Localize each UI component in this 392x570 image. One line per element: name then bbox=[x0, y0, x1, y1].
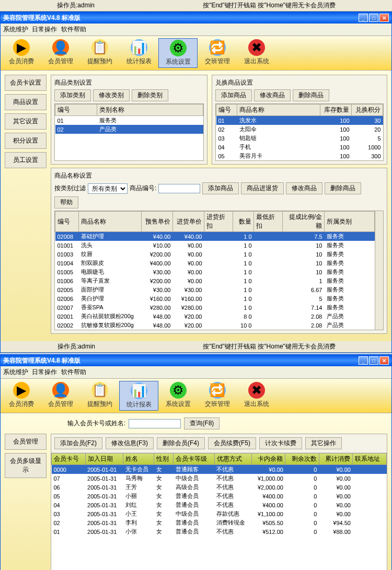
table-row[interactable]: 01洗发水10030 bbox=[216, 116, 383, 125]
table-row[interactable]: 01服务类 bbox=[55, 116, 203, 125]
product-table[interactable]: 编号 商品名称 预售单价 进货单价 进货折扣 数量 最低折扣 提成比例/金额 所… bbox=[55, 211, 375, 330]
delete-exchange-button[interactable]: 删除商品 bbox=[293, 89, 329, 101]
maximize-button[interactable]: □ bbox=[369, 356, 378, 365]
add-category-button[interactable]: 添加类别 bbox=[54, 89, 91, 101]
tool-consume[interactable]: ▶会员消费 bbox=[2, 381, 41, 411]
table-row[interactable]: 02产品类 bbox=[55, 125, 203, 134]
side-member-mgmt[interactable]: 会员管理 bbox=[5, 434, 47, 450]
tool-remind[interactable]: 📋提醒预约 bbox=[80, 381, 119, 411]
table-row[interactable]: 02006美白护理¥160.00¥160.001 05服务类 bbox=[55, 294, 375, 303]
tool-consume[interactable]: ▶会员消费 bbox=[2, 38, 41, 68]
table-row[interactable]: 01005电眼睫毛¥30.00¥0.001 010服务类 bbox=[55, 267, 375, 276]
edit-exchange-button[interactable]: 修改商品 bbox=[254, 89, 291, 101]
exchange-table[interactable]: 编号 商品名称 库存数量 兑换积分 01洗发水1003002太阳伞1002003… bbox=[216, 104, 383, 160]
table-row[interactable]: 05美容月卡100300 bbox=[216, 152, 383, 160]
side-staff-settings[interactable]: 员工设置 bbox=[5, 152, 47, 168]
col-cat-name: 类别名称 bbox=[97, 104, 203, 116]
menu-help[interactable]: 软件帮助 bbox=[61, 26, 86, 33]
other-ops-button[interactable]: 其它操作 bbox=[305, 437, 342, 449]
delete-product-button[interactable]: 删除商品 bbox=[325, 182, 361, 194]
table-row[interactable]: 02001美白祛斑软膜粉200g¥48.00¥20.008 02.08产品类 bbox=[55, 312, 375, 321]
col-ex-name: 商品名称 bbox=[237, 104, 320, 116]
help-button[interactable]: 帮助 bbox=[54, 196, 78, 208]
close-button[interactable]: ✕ bbox=[379, 356, 389, 365]
side-product-settings[interactable]: 商品设置 bbox=[5, 94, 47, 110]
status-bar-top: 操作员:admin 按"End"键打开钱箱 按"Home"键用无卡会员消费 bbox=[0, 0, 392, 11]
menubar: 系统维护 日常操作 软件帮助 bbox=[1, 366, 391, 379]
add-product-button[interactable]: 添加商品 bbox=[202, 182, 239, 194]
table-row[interactable]: 012005-01-31小张女普通会员不优惠¥512.000¥88.00 bbox=[52, 527, 387, 536]
table-row[interactable]: 02005面部护理¥30.00¥30.001 06.67服务类 bbox=[55, 285, 375, 294]
table-row[interactable]: 052005-01-31小丽女普通会员不优惠¥400.000¥0.00 bbox=[52, 492, 387, 501]
table-row[interactable]: 01006等离子直发¥200.00¥0.001 01服务类 bbox=[55, 276, 375, 285]
renew-member-button[interactable]: 会员续费(F5) bbox=[208, 437, 256, 449]
table-row[interactable]: 03钥匙链1005 bbox=[216, 134, 383, 143]
product-code-input[interactable] bbox=[158, 184, 200, 193]
menu-system[interactable]: 系统维护 bbox=[3, 26, 28, 33]
scrollbar[interactable] bbox=[375, 211, 383, 330]
side-card-settings[interactable]: 会员卡设置 bbox=[5, 75, 47, 91]
status-hint: 按"End"键打开钱箱 按"Home"键用无卡会员消费 bbox=[149, 1, 389, 10]
tool-exit[interactable]: ✖退出系统 bbox=[237, 381, 276, 411]
category-filter-select[interactable]: 所有类别 bbox=[88, 183, 128, 194]
side-points-settings[interactable]: 积分设置 bbox=[5, 133, 47, 149]
tool-remind[interactable]: 📋提醒预约 bbox=[80, 38, 119, 68]
table-row[interactable]: 01004割双眼皮¥400.00¥0.001 010服务类 bbox=[55, 259, 375, 267]
table-row[interactable]: 032005-01-31小王女中级会员存款优惠¥1,100.000¥0.00 bbox=[52, 509, 387, 518]
add-exchange-button[interactable]: 添加商品 bbox=[215, 89, 252, 101]
category-panel: 商品类别设置 添加类别 修改类别 删除类别 编号 类别名称 01服务类02产品类 bbox=[51, 75, 207, 165]
search-button[interactable]: 查询(F8) bbox=[184, 417, 220, 429]
tool-settings[interactable]: ⚙系统设置 bbox=[158, 381, 198, 411]
window-title: 美容院管理系统V4.8 标准版 bbox=[3, 356, 80, 365]
tool-report[interactable]: 📊统计报表 bbox=[119, 381, 158, 411]
table-row[interactable]: 01001洗头¥10.00¥0.001 010服务类 bbox=[55, 241, 375, 250]
edit-member-button[interactable]: 修改信息(F3) bbox=[106, 437, 154, 449]
product-panel-title: 商品名称设置 bbox=[54, 171, 92, 180]
renew-count-button[interactable]: 计次卡续费 bbox=[259, 437, 302, 449]
tool-settings[interactable]: ⚙系统设置 bbox=[158, 38, 198, 68]
tool-report[interactable]: 📊统计报表 bbox=[119, 38, 158, 68]
delete-member-button[interactable]: 删除会员(F4) bbox=[157, 437, 205, 449]
table-row[interactable]: 01003纹唇¥200.00¥0.001 010服务类 bbox=[55, 250, 375, 259]
menu-daily[interactable]: 日常操作 bbox=[32, 368, 57, 376]
table-row[interactable]: 062005-01-31王芳女高级会员不优惠¥2,000.000¥0.00 bbox=[52, 483, 387, 492]
col-cat-id: 编号 bbox=[55, 104, 97, 116]
add-member-button[interactable]: 添加会员(F2) bbox=[54, 437, 102, 449]
tool-member[interactable]: 👤会员管理 bbox=[41, 381, 80, 411]
member-table[interactable]: 会员卡号 加入日期 姓名 性别 会员卡等级 优惠方式 卡内余额 剩余次数 累计消… bbox=[51, 453, 387, 536]
exchange-panel-title: 兑换商品设置 bbox=[215, 78, 253, 87]
product-return-button[interactable]: 商品进退货 bbox=[241, 182, 284, 194]
search-input[interactable] bbox=[129, 419, 181, 428]
toolbar: ▶会员消费 👤会员管理 📋提醒预约 📊统计报表 ⚙系统设置 🔁交班管理 ✖退出系… bbox=[1, 36, 391, 71]
product-panel: 商品名称设置 按类别过滤 所有类别 商品编号: 添加商品 商品进退货 修改商品 … bbox=[51, 168, 387, 334]
table-row[interactable]: 04手机1001000 bbox=[216, 143, 383, 152]
col-ex-id: 编号 bbox=[216, 104, 237, 116]
category-table[interactable]: 编号 类别名称 01服务类02产品类 bbox=[55, 104, 203, 134]
menu-system[interactable]: 系统维护 bbox=[3, 368, 28, 376]
table-row[interactable]: 042005-01-31刘红女普通会员不优惠¥400.000¥0.00 bbox=[52, 501, 387, 509]
tool-member[interactable]: 👤会员管理 bbox=[41, 38, 80, 68]
table-row[interactable]: 072005-01-31马秀梅女中级会员不优惠¥1,000.000¥0.00 bbox=[52, 474, 387, 483]
menu-help[interactable]: 软件帮助 bbox=[61, 368, 86, 376]
titlebar: 美容院管理系统V4.8 标准版 _ □ ✕ bbox=[1, 355, 391, 366]
table-row[interactable]: 02008基础护理¥40.00¥40.001 07.5服务类 bbox=[55, 232, 375, 241]
tool-shift[interactable]: 🔁交班管理 bbox=[198, 381, 237, 411]
side-member-tree[interactable]: 会员多级显示 bbox=[5, 453, 47, 478]
minimize-button[interactable]: _ bbox=[359, 356, 368, 365]
table-row[interactable]: 02007香蚕SPA¥280.00¥280.001 07.14服务类 bbox=[55, 303, 375, 312]
table-row[interactable]: 02002抗敏修复软膜粉200g¥48.00¥20.0010 02.08产品类 bbox=[55, 321, 375, 330]
col-ex-points: 兑换积分 bbox=[352, 104, 383, 116]
edit-category-button[interactable]: 修改类别 bbox=[93, 89, 130, 101]
maximize-button[interactable]: □ bbox=[369, 14, 378, 22]
delete-category-button[interactable]: 删除类别 bbox=[132, 89, 168, 101]
menu-daily[interactable]: 日常操作 bbox=[32, 26, 57, 33]
tool-shift[interactable]: 🔁交班管理 bbox=[198, 38, 237, 68]
minimize-button[interactable]: _ bbox=[359, 14, 368, 22]
table-row[interactable]: 02太阳伞10020 bbox=[216, 125, 383, 134]
table-row[interactable]: 022005-01-31李利女普通会员消费转现金¥505.500¥94.50 bbox=[52, 518, 387, 527]
side-other-settings[interactable]: 其它设置 bbox=[5, 113, 47, 130]
close-button[interactable]: ✕ bbox=[379, 14, 389, 22]
tool-exit[interactable]: ✖退出系统 bbox=[237, 38, 276, 68]
table-row[interactable]: 00002005-01-01无卡会员女普通顾客不优惠¥0.000¥0.00 bbox=[52, 465, 387, 474]
edit-product-button[interactable]: 修改商品 bbox=[286, 182, 322, 194]
